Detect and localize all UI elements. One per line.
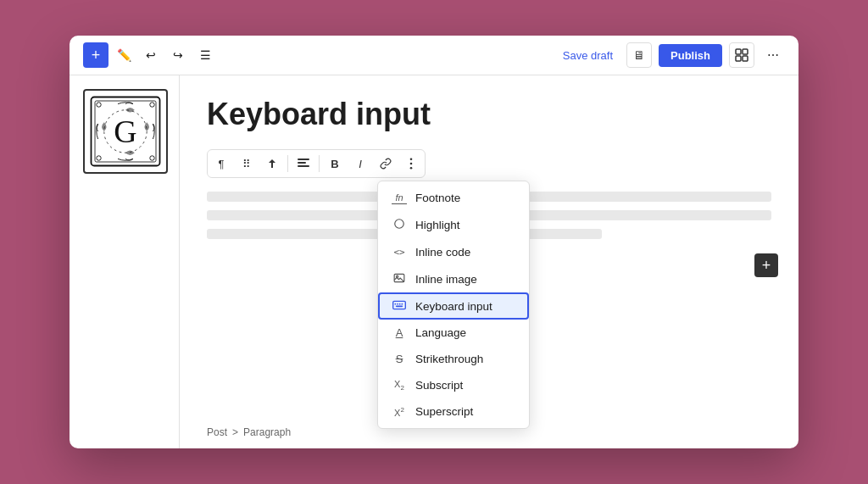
link-button[interactable] <box>374 152 398 175</box>
svg-point-17 <box>410 167 413 170</box>
editor-window: + ✏️ ↩ ↪ ☰ Save draft 🖥 Publish ⋯ <box>70 36 798 448</box>
tool-pencil-button[interactable]: ✏️ <box>112 43 136 67</box>
menu-item-subscript-label: Subscript <box>415 379 463 392</box>
svg-rect-12 <box>298 159 309 160</box>
toolbar-left: + ✏️ ↩ ↪ ☰ <box>83 42 551 68</box>
add-block-button[interactable]: + <box>83 42 108 68</box>
menu-item-footnote-label: Footnote <box>415 192 460 204</box>
svg-rect-2 <box>736 56 741 61</box>
preview-button[interactable]: 🖥 <box>626 42 652 68</box>
menu-item-inline-code-label: Inline code <box>415 246 470 259</box>
top-toolbar: + ✏️ ↩ ↪ ☰ Save draft 🖥 Publish ⋯ <box>70 36 798 75</box>
align-button[interactable] <box>292 152 315 175</box>
menu-item-language[interactable]: A Language <box>378 320 529 346</box>
svg-rect-21 <box>393 302 406 309</box>
menu-item-highlight-label: Highlight <box>415 219 460 231</box>
svg-text:G: G <box>114 114 136 149</box>
bold-button[interactable]: B <box>323 152 347 175</box>
menu-item-keyboard-label: Keyboard input <box>415 300 492 313</box>
menu-item-superscript-label: Superscript <box>415 405 473 418</box>
post-title[interactable]: Keyboard input <box>207 96 771 132</box>
subscript-icon: X2 <box>392 379 407 392</box>
drag-handle-button[interactable]: ⠿ <box>235 152 259 175</box>
breadcrumb-separator: > <box>232 426 238 438</box>
svg-point-20 <box>397 275 398 277</box>
format-dropdown-menu: fn Footnote Highlight <> Inline code <box>377 181 530 429</box>
strikethrough-icon: S <box>392 353 407 365</box>
editor-body: G Keyboard input ¶ ⠿ <box>70 75 798 448</box>
save-draft-button[interactable]: Save draft <box>556 46 620 65</box>
svg-rect-0 <box>736 49 741 54</box>
italic-button[interactable]: I <box>348 152 372 175</box>
svg-rect-14 <box>298 165 309 167</box>
list-view-button[interactable]: ☰ <box>193 43 217 67</box>
paragraph-type-button[interactable]: ¶ <box>209 152 233 175</box>
inline-image-icon <box>392 272 407 286</box>
menu-item-strikethrough[interactable]: S Strikethrough <box>378 346 529 372</box>
svg-point-16 <box>410 163 413 165</box>
toolbar-right: Save draft 🖥 Publish ⋯ <box>556 42 785 68</box>
highlight-icon <box>392 218 407 232</box>
svg-rect-1 <box>743 49 748 54</box>
site-logo: G <box>83 89 168 174</box>
breadcrumb: Post > Paragraph <box>207 426 291 438</box>
superscript-icon: X2 <box>392 406 407 418</box>
breadcrumb-post: Post <box>207 426 227 438</box>
menu-item-highlight[interactable]: Highlight <box>378 211 529 239</box>
menu-item-subscript[interactable]: X2 Subscript <box>378 372 529 398</box>
move-up-button[interactable] <box>260 152 284 175</box>
svg-point-9 <box>150 156 154 160</box>
svg-point-15 <box>410 159 413 161</box>
add-block-float-button[interactable]: + <box>754 253 778 277</box>
inline-code-icon: <> <box>392 247 407 258</box>
redo-button[interactable]: ↪ <box>166 43 190 67</box>
undo-button[interactable]: ↩ <box>139 43 163 67</box>
menu-item-superscript[interactable]: X2 Superscript <box>378 398 529 425</box>
publish-button[interactable]: Publish <box>659 44 722 67</box>
menu-item-inline-code[interactable]: <> Inline code <box>378 239 529 265</box>
svg-rect-3 <box>743 56 748 61</box>
menu-item-footnote[interactable]: fn Footnote <box>378 185 529 211</box>
svg-point-8 <box>97 156 101 160</box>
footnote-icon: fn <box>392 192 407 204</box>
block-toolbar: ¶ ⠿ B I <box>207 149 426 178</box>
keyboard-icon <box>392 299 407 313</box>
breadcrumb-paragraph: Paragraph <box>243 426 291 438</box>
more-options-button[interactable]: ⋯ <box>761 43 785 67</box>
menu-item-keyboard[interactable]: Keyboard input <box>378 292 529 320</box>
menu-item-inline-image[interactable]: Inline image <box>378 265 529 292</box>
toolbar-divider-1 <box>287 155 288 172</box>
toolbar-divider-2 <box>319 155 320 172</box>
svg-point-6 <box>97 103 101 107</box>
menu-item-inline-image-label: Inline image <box>415 273 477 286</box>
sidebar: G <box>70 75 180 448</box>
menu-item-strikethrough-label: Strikethrough <box>415 353 483 365</box>
settings-button[interactable] <box>729 42 754 68</box>
content-area: Keyboard input ¶ ⠿ <box>180 75 798 448</box>
svg-point-18 <box>395 220 404 229</box>
language-icon: A <box>392 326 407 339</box>
svg-point-7 <box>150 103 154 107</box>
menu-item-language-label: Language <box>415 326 466 339</box>
more-options-inline-button[interactable] <box>399 152 423 175</box>
svg-rect-13 <box>298 162 306 164</box>
